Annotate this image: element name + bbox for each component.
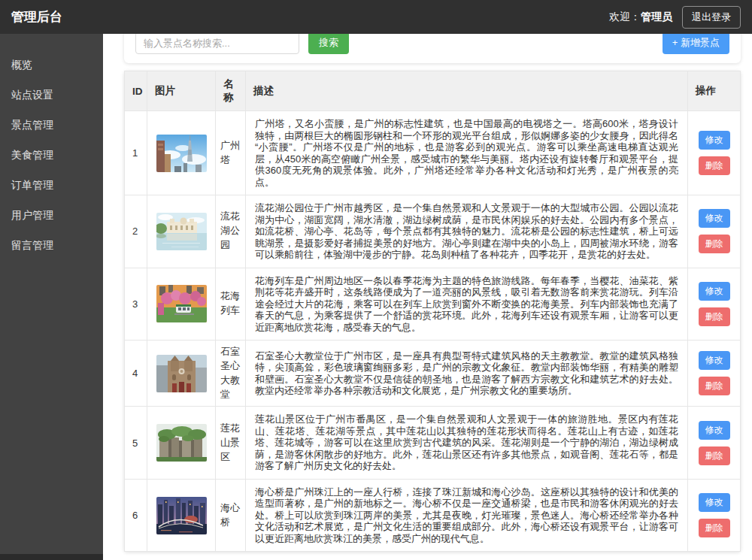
sidebar-item-food[interactable]: 美食管理 <box>0 141 103 171</box>
delete-button[interactable]: 删除 <box>699 156 730 175</box>
search-input[interactable] <box>135 32 299 54</box>
row-actions-cell: 修改删除 <box>688 111 741 195</box>
row-image-cell <box>147 479 216 552</box>
sidebar-nav: 概览站点设置景点管理美食管理订单管理用户管理留言管理 <box>0 50 103 261</box>
row-name: 海心桥 <box>216 479 246 552</box>
sidebar-footer <box>0 554 103 560</box>
thumbnail-haixin-bridge <box>156 497 207 534</box>
topbar: 管理后台 欢迎：管理员 退出登录 <box>0 0 752 34</box>
row-name: 石室圣心大教堂 <box>216 341 246 407</box>
delete-button[interactable]: 删除 <box>699 307 730 326</box>
row-id: 1 <box>125 111 147 195</box>
username: 管理员 <box>641 11 672 23</box>
edit-button[interactable]: 修改 <box>699 421 730 440</box>
row-name: 流花湖公园 <box>216 195 246 268</box>
thumbnail-sacred-heart-cathedral <box>156 355 207 392</box>
edit-button[interactable]: 修改 <box>699 351 730 370</box>
thumbnail-flower-sea-train <box>156 285 207 322</box>
delete-button[interactable]: 删除 <box>699 519 730 537</box>
sidebar-item-site-settings[interactable]: 站点设置 <box>0 80 103 110</box>
delete-button[interactable]: 删除 <box>699 446 730 465</box>
row-id: 2 <box>125 195 147 268</box>
row-image-cell <box>147 268 216 341</box>
sidebar-item-overview[interactable]: 概览 <box>0 50 103 80</box>
row-name: 莲花山景区 <box>216 407 246 480</box>
row-name: 花海列车 <box>216 268 246 341</box>
topbar-right: 欢迎：管理员 退出登录 <box>609 6 741 29</box>
row-actions-cell: 修改删除 <box>688 268 741 341</box>
sidebar-item-users[interactable]: 用户管理 <box>0 201 103 231</box>
table-header-row: ID 图片 名称 描述 操作 <box>125 71 741 111</box>
row-id: 5 <box>125 407 147 480</box>
row-description: 莲花山景区位于广州市番禺区，是一个集自然景观和人文景观于一体的旅游胜地。景区内有… <box>246 407 688 480</box>
sidebar: 概览站点设置景点管理美食管理订单管理用户管理留言管理 <box>0 34 103 560</box>
row-description: 广州塔，又名小蛮腰，是广州的标志性建筑，也是中国最高的电视塔之一。塔高600米，… <box>246 111 688 195</box>
table-row: 2流花湖公园流花湖公园位于广州市越秀区，是一个集自然景观和人文景观于一体的大型城… <box>125 195 741 268</box>
thumbnail-canton-tower <box>156 135 207 172</box>
search-button[interactable]: 搜索 <box>308 32 349 54</box>
table-row: 1广州塔广州塔，又名小蛮腰，是广州的标志性建筑，也是中国最高的电视塔之一。塔高6… <box>125 111 741 195</box>
table-row: 4石室圣心大教堂石室圣心大教堂位于广州市区，是一座具有典型哥特式建筑风格的天主教… <box>125 341 741 407</box>
edit-button[interactable]: 修改 <box>699 209 730 228</box>
row-image-cell <box>147 407 216 480</box>
table-row: 6海心桥海心桥是广州珠江上的一座人行桥，连接了珠江新城和海心沙岛。这座桥以其独特… <box>125 479 741 552</box>
edit-button[interactable]: 修改 <box>699 493 730 512</box>
row-description: 石室圣心大教堂位于广州市区，是一座具有典型哥特式建筑风格的天主教教堂。教堂的建筑… <box>246 341 688 407</box>
logout-button[interactable]: 退出登录 <box>682 6 741 29</box>
welcome-label: 欢迎： <box>609 11 641 23</box>
row-image-cell <box>147 195 216 268</box>
edit-button[interactable]: 修改 <box>699 282 730 301</box>
table-row: 3花海列车花海列车是广州周边地区一条以春季花海为主题的特色旅游线路。每年春季，当… <box>125 268 741 341</box>
sidebar-item-messages[interactable]: 留言管理 <box>0 231 103 261</box>
thumbnail-lotus-mountain <box>156 424 207 462</box>
row-actions-cell: 修改删除 <box>688 195 741 268</box>
table-row: 5莲花山景区莲花山景区位于广州市番禺区，是一个集自然景观和人文景观于一体的旅游胜… <box>125 407 741 480</box>
row-image-cell <box>147 341 216 407</box>
row-image-cell <box>147 111 216 195</box>
row-id: 3 <box>125 268 147 341</box>
header-description: 描述 <box>246 71 688 111</box>
row-description: 流花湖公园位于广州市越秀区，是一个集自然景观和人文景观于一体的大型城市公园。公园… <box>246 195 688 268</box>
row-actions-cell: 修改删除 <box>688 407 741 480</box>
header-name: 名称 <box>216 71 246 111</box>
table-card: ID 图片 名称 描述 操作 1广州塔广州塔，又名小蛮腰，是广州的标志性建筑，也… <box>124 71 741 552</box>
main-content: 搜索 + 新增景点 ID 图片 名称 描述 操作 1广州塔广州塔，又名小蛮腰，是… <box>103 0 752 560</box>
header-id: ID <box>125 71 147 111</box>
row-id: 4 <box>125 341 147 407</box>
row-description: 海心桥是广州珠江上的一座人行桥，连接了珠江新城和海心沙岛。这座桥以其独特的设计和… <box>246 479 688 552</box>
delete-button[interactable]: 删除 <box>699 377 730 395</box>
delete-button[interactable]: 删除 <box>699 235 730 253</box>
row-name: 广州塔 <box>216 111 246 195</box>
table-body: 1广州塔广州塔，又名小蛮腰，是广州的标志性建筑，也是中国最高的电视塔之一。塔高6… <box>125 111 741 552</box>
welcome-text: 欢迎：管理员 <box>609 11 672 24</box>
attractions-table: ID 图片 名称 描述 操作 1广州塔广州塔，又名小蛮腰，是广州的标志性建筑，也… <box>124 71 741 552</box>
row-description: 花海列车是广州周边地区一条以春季花海为主题的特色旅游线路。每年春季，当樱花、油菜… <box>246 268 688 341</box>
row-actions-cell: 修改删除 <box>688 479 741 552</box>
thumbnail-liuhua-lake-park <box>156 213 207 250</box>
sidebar-item-attractions[interactable]: 景点管理 <box>0 110 103 141</box>
header-actions: 操作 <box>688 71 741 111</box>
header-image: 图片 <box>147 71 216 111</box>
edit-button[interactable]: 修改 <box>699 131 730 150</box>
sidebar-item-orders[interactable]: 订单管理 <box>0 171 103 201</box>
add-attraction-button[interactable]: + 新增景点 <box>663 32 729 54</box>
app-title: 管理后台 <box>11 8 62 26</box>
row-id: 6 <box>125 479 147 552</box>
row-actions-cell: 修改删除 <box>688 341 741 407</box>
